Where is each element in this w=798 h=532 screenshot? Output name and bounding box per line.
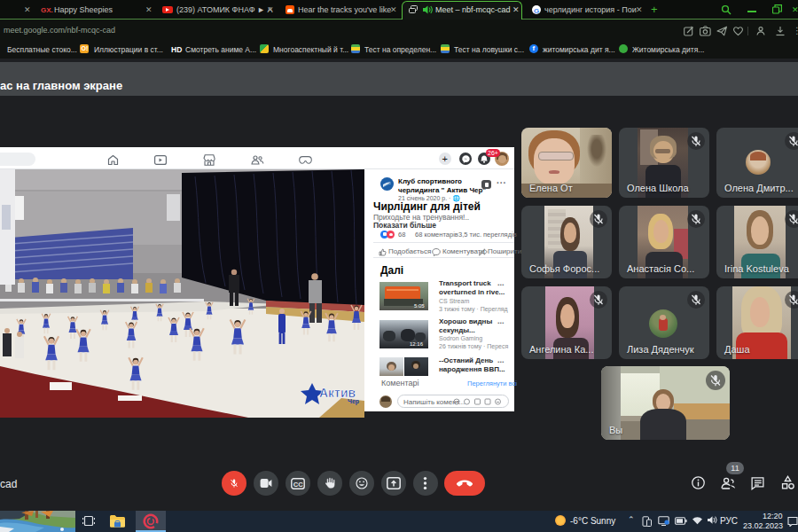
svg-text:Чер: Чер: [348, 398, 359, 405]
svg-text:CC: CC: [293, 481, 303, 489]
